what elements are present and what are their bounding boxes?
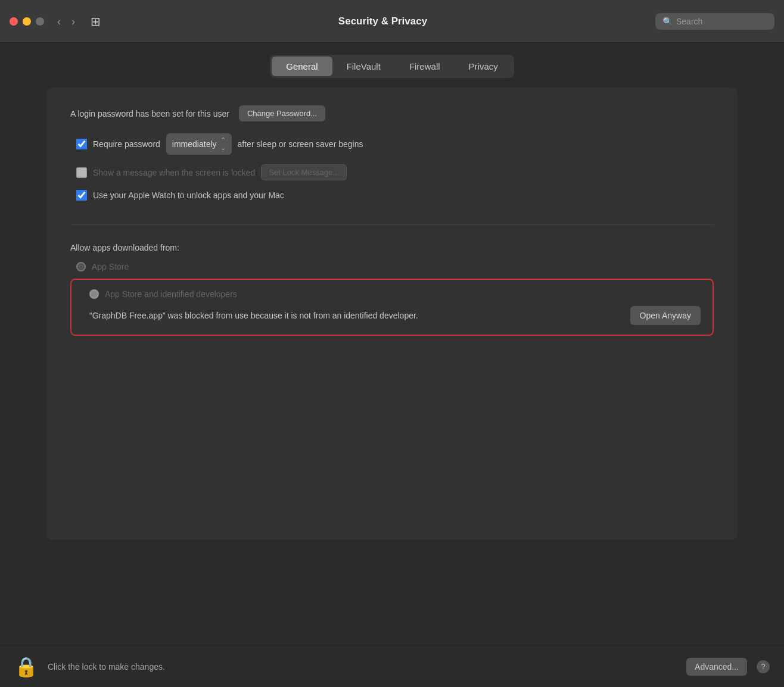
change-password-button[interactable]: Change Password...	[239, 105, 325, 121]
app-store-identified-radio-row: App Store and identified developers	[83, 289, 701, 299]
app-store-radio-row: App Store	[70, 262, 714, 271]
apple-watch-checkbox[interactable]	[76, 190, 87, 201]
app-store-label: App Store	[92, 262, 129, 271]
close-button[interactable]	[10, 17, 18, 26]
app-store-identified-label: App Store and identified developers	[105, 289, 237, 299]
search-box[interactable]: 🔍	[655, 13, 774, 30]
require-password-dropdown[interactable]: immediately ⌃⌄	[166, 133, 232, 155]
help-button[interactable]: ?	[757, 660, 770, 673]
back-button[interactable]: ‹	[54, 14, 64, 29]
chevron-up-down-icon: ⌃⌄	[220, 136, 226, 152]
tab-general[interactable]: General	[272, 57, 332, 76]
lock-icon[interactable]: 🔒	[14, 655, 38, 678]
open-anyway-button[interactable]: Open Anyway	[630, 306, 701, 325]
window-title: Security & Privacy	[110, 15, 655, 27]
search-icon: 🔍	[662, 17, 673, 26]
apple-watch-row: Use your Apple Watch to unlock apps and …	[70, 190, 714, 201]
require-password-label: Require password	[93, 139, 160, 149]
allow-apps-label: Allow apps downloaded from:	[70, 243, 714, 252]
apple-watch-label: Use your Apple Watch to unlock apps and …	[93, 191, 284, 200]
dropdown-value: immediately	[172, 139, 217, 149]
show-message-checkbox[interactable]	[76, 167, 87, 178]
forward-button[interactable]: ›	[68, 14, 79, 29]
show-message-row: Show a message when the screen is locked…	[70, 164, 714, 180]
footer: 🔒 Click the lock to make changes. Advanc…	[0, 645, 784, 687]
set-lock-message-button: Set Lock Message...	[261, 164, 347, 180]
grid-button[interactable]: ⊞	[86, 12, 105, 31]
tab-filevault[interactable]: FileVault	[332, 57, 395, 76]
tab-firewall[interactable]: Firewall	[395, 57, 455, 76]
require-password-row: Require password immediately ⌃⌄ after sl…	[70, 133, 714, 155]
settings-panel: A login password has been set for this u…	[46, 88, 738, 540]
require-password-checkbox[interactable]	[76, 139, 87, 149]
password-set-label: A login password has been set for this u…	[70, 109, 229, 118]
advanced-button[interactable]: Advanced...	[686, 658, 747, 676]
divider	[70, 224, 714, 225]
main-content: General FileVault Firewall Privacy A log…	[0, 43, 784, 540]
tabs: General FileVault Firewall Privacy	[270, 55, 514, 78]
app-store-identified-radio[interactable]	[89, 289, 99, 299]
after-sleep-label: after sleep or screen saver begins	[238, 139, 363, 149]
lock-label: Click the lock to make changes.	[48, 662, 677, 672]
search-input[interactable]	[676, 17, 767, 26]
titlebar: ‹ › ⊞ Security & Privacy 🔍	[0, 0, 784, 43]
password-row: A login password has been set for this u…	[70, 105, 714, 121]
show-message-label: Show a message when the screen is locked	[93, 168, 255, 177]
nav-buttons: ‹ ›	[54, 14, 79, 29]
maximize-button[interactable]	[36, 17, 44, 26]
blocked-app-box: App Store and identified developers “Gra…	[70, 279, 714, 336]
blocked-app-text: “GraphDB Free.app” was blocked from use …	[89, 310, 618, 322]
traffic-lights	[10, 17, 44, 26]
minimize-button[interactable]	[23, 17, 31, 26]
blocked-app-row: “GraphDB Free.app” was blocked from use …	[83, 306, 701, 325]
tab-privacy[interactable]: Privacy	[455, 57, 512, 76]
app-store-radio[interactable]	[76, 262, 86, 271]
